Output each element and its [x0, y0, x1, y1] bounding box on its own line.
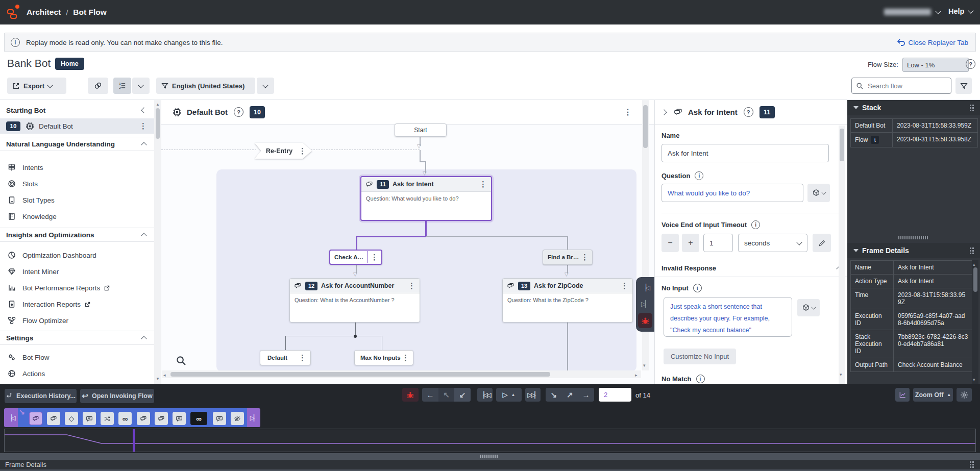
timeline-frame-message[interactable] [83, 412, 96, 425]
timeline-frame-chat-active[interactable] [29, 412, 42, 425]
player-settings-button[interactable] [957, 388, 972, 402]
drag-handle-icon[interactable] [970, 247, 974, 254]
timeout-value-input[interactable] [703, 234, 733, 252]
timeline-graph[interactable] [4, 429, 976, 452]
drag-handle-icon[interactable] [970, 105, 974, 111]
flow-size-help-icon[interactable]: ? [966, 59, 975, 69]
canvas-help-icon[interactable]: ? [234, 107, 243, 117]
scroll-thumb[interactable] [643, 105, 648, 148]
scroll-thumb[interactable] [170, 372, 550, 377]
timeline-frame-decision[interactable]: ◇ [65, 412, 78, 425]
debug-button[interactable] [402, 388, 419, 402]
timeline-skip-start[interactable]: ▕◁ [4, 408, 18, 427]
expression-mode-button[interactable] [797, 299, 820, 316]
collapse-sidebar-icon[interactable] [141, 107, 146, 113]
node-check-account-balance[interactable]: Check Accoun... ⋮ [329, 250, 382, 265]
previous-frame-button[interactable]: ▕◁ [636, 280, 654, 294]
step-into-back-button[interactable]: ↙ [454, 388, 471, 402]
debug-toggle-button[interactable] [638, 313, 652, 328]
info-icon[interactable]: i [696, 375, 705, 383]
zoom-mode-button[interactable]: Zoom Off ▲ [913, 388, 953, 402]
timeline-frame-chat[interactable] [155, 412, 168, 425]
scroll-thumb[interactable] [156, 108, 160, 139]
increment-button[interactable]: + [682, 234, 699, 252]
node-menu-icon[interactable]: ⋮ [299, 146, 306, 156]
step-back-button[interactable]: ← [422, 388, 438, 402]
node-reentry[interactable]: Re-Entry ⋮ [255, 143, 312, 159]
sidebar-item-optimization-dashboard[interactable]: Optimization Dashboard [0, 247, 154, 263]
sidebar-item-bot-flow[interactable]: Bot Flow [0, 349, 154, 365]
help-menu[interactable]: Help [948, 7, 973, 15]
scroll-up-arrow[interactable]: ▴ [973, 261, 975, 267]
edit-timeout-button[interactable] [813, 234, 831, 252]
section-insights[interactable]: Insights and Optimizations [0, 228, 154, 242]
frame-number-input[interactable] [599, 388, 631, 402]
node-max-no-inputs[interactable]: Max No Inputs ⋮ [354, 350, 413, 365]
scroll-down-arrow[interactable]: ▾ [840, 371, 842, 378]
node-menu-icon[interactable]: ⋮ [408, 281, 415, 290]
sidebar-item-interaction-reports[interactable]: Interaction Reports [0, 296, 154, 312]
scroll-down-arrow[interactable]: ▾ [643, 362, 646, 368]
node-ask-for-zipcode[interactable]: 13 Ask for ZipCode ⋮ Question: What is t… [502, 278, 633, 323]
default-bot-menu-icon[interactable]: ⋮ [139, 121, 147, 131]
node-menu-icon[interactable]: ⋮ [621, 281, 628, 290]
no-input-text-field[interactable]: Just speak a short sentence that describ… [664, 297, 792, 337]
step-out-back-button[interactable]: ↖ [438, 388, 454, 402]
node-menu-icon[interactable]: ⋮ [367, 251, 381, 263]
step-out-button[interactable]: ↗ [562, 388, 578, 402]
skip-to-start-button[interactable]: ▕◁◁ [477, 388, 493, 402]
sidebar-item-knowledge[interactable]: Knowledge [0, 208, 154, 225]
name-input[interactable] [662, 144, 829, 162]
expression-mode-button[interactable] [807, 184, 830, 202]
scroll-thumb[interactable] [840, 129, 844, 161]
panel-help-icon[interactable]: ? [744, 107, 753, 117]
decrement-button[interactable]: − [662, 234, 679, 252]
stack-panel-header[interactable]: Stack [847, 100, 980, 115]
node-ask-for-accountnumber[interactable]: 12 Ask for AccountNumber ⋮ Question: Wha… [289, 278, 420, 323]
section-nlu[interactable]: Natural Language Understanding [0, 137, 154, 151]
timeline-frame-message[interactable] [173, 412, 186, 425]
customize-no-input-button[interactable]: Customize No Input [664, 349, 736, 364]
invalid-response-section-header[interactable]: Invalid Response [662, 264, 841, 272]
timeline-frame-chat[interactable] [137, 412, 150, 425]
play-speed-dropdown-icon[interactable]: ▲ [511, 392, 516, 397]
scroll-right-arrow[interactable]: ▸ [635, 372, 638, 378]
node-ask-for-intent[interactable]: 11 Ask for Intent ⋮ Question: What would… [360, 176, 492, 221]
skip-to-end-button[interactable]: ▷▷▏ [525, 388, 541, 402]
sidebar-item-slot-types[interactable]: Slot Types [0, 192, 154, 208]
breadcrumb-app[interactable]: Architect [27, 8, 61, 17]
list-view-dropdown-button[interactable] [132, 78, 150, 94]
open-invoking-flow-button[interactable]: ↩ Open Invoking Flow [80, 389, 154, 403]
canvas-h-scrollbar[interactable]: ◂ ▸ [162, 370, 641, 378]
timeline-frame-switch[interactable] [101, 412, 114, 425]
frame-details-footer[interactable]: Frame Details [0, 460, 980, 469]
sidebar-item-intents[interactable]: Intents [0, 159, 154, 176]
execution-history-button[interactable]: Execution History... [5, 389, 77, 403]
node-menu-icon[interactable]: ⋮ [402, 353, 409, 362]
sidebar-item-bot-performance-reports[interactable]: Bot Performance Reports [0, 280, 154, 296]
panel-resize-divider[interactable] [0, 453, 980, 460]
table-row[interactable]: Default Bot 2023-08-31T15:58:33.959Z [851, 119, 977, 133]
close-replayer-link[interactable]: Close Replayer Tab [897, 39, 968, 46]
step-forward-button[interactable]: → [578, 388, 594, 402]
expand-panel-icon[interactable] [661, 109, 667, 115]
timeline-chart-toggle-button[interactable] [895, 388, 910, 402]
language-button[interactable]: English (United States) [156, 78, 255, 94]
timeline-frame-message[interactable] [213, 412, 226, 425]
info-icon[interactable]: i [751, 220, 760, 229]
timeline-skip-end[interactable]: ▷▏ [247, 408, 260, 427]
timeline-frame-loop[interactable]: ∞ [118, 412, 132, 425]
section-settings[interactable]: Settings [0, 331, 154, 345]
play-button[interactable]: ▷ ▲ [496, 388, 522, 402]
scroll-up-arrow[interactable]: ▴ [154, 101, 161, 107]
genesys-logo-icon[interactable] [7, 5, 22, 20]
canvas-zoom-icon[interactable] [176, 355, 187, 366]
drag-handle-icon[interactable] [970, 461, 974, 468]
sidebar-item-default-bot[interactable]: 10 Default Bot ⋮ [0, 118, 154, 134]
flow-canvas[interactable]: Default Bot ? 10 ⋮ ▽ ▽ ▽ ▽ Start [161, 100, 654, 384]
language-dropdown-button[interactable] [257, 78, 274, 94]
graph-position-marker[interactable] [133, 429, 135, 452]
search-input[interactable] [867, 82, 945, 90]
panel-resize-handle[interactable] [898, 236, 929, 239]
properties-scrollbar[interactable]: ▾ [839, 126, 845, 384]
